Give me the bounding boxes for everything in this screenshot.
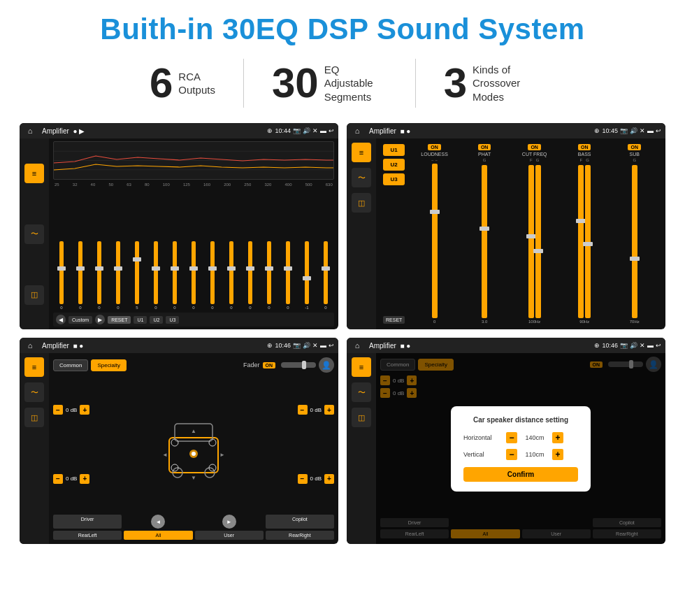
cutfreq-slider-1[interactable] <box>528 165 534 318</box>
bass-on[interactable]: ON <box>578 144 591 150</box>
common-tab-3[interactable]: Common <box>53 359 88 371</box>
next-btn[interactable]: ▶ <box>95 315 105 324</box>
minus-br[interactable]: − <box>298 474 308 484</box>
eq-slider-4[interactable]: 0 <box>110 241 127 310</box>
specialty-tab-3[interactable]: Specialty <box>91 359 126 371</box>
eq-icon[interactable]: ≡ <box>24 164 44 183</box>
plus-br[interactable]: + <box>324 474 334 484</box>
cutfreq-slider-2[interactable] <box>535 165 541 318</box>
speaker-icon-2[interactable]: ◫ <box>352 193 371 213</box>
u2-btn-eq[interactable]: U2 <box>150 316 163 324</box>
all-btn[interactable]: All <box>124 531 192 540</box>
back-icon-1[interactable]: ↩ <box>329 127 334 134</box>
cutfreq-on[interactable]: ON <box>528 144 541 150</box>
fader-slider-h[interactable] <box>281 362 316 368</box>
eq-track-10 <box>229 241 233 304</box>
eq-slider-15[interactable]: 0 <box>317 241 334 310</box>
horizontal-minus-btn[interactable]: − <box>506 432 517 443</box>
freq-630: 630 <box>326 182 333 187</box>
speaker-icon-4[interactable]: ◫ <box>352 408 371 427</box>
eq-slider-11[interactable]: 0 <box>242 241 259 310</box>
fader-on-badge[interactable]: ON <box>263 362 276 368</box>
u2-preset[interactable]: U2 <box>383 159 405 171</box>
dialog-overlay: Car speaker distance setting Horizontal … <box>376 353 665 544</box>
eq-slider-12[interactable]: 0 <box>261 241 277 310</box>
eq-slider-3[interactable]: 0 <box>91 241 108 310</box>
plus-tr[interactable]: + <box>324 405 334 415</box>
eq-sliders-container: 0 0 0 0 <box>53 189 334 313</box>
u1-preset[interactable]: U1 <box>383 144 405 156</box>
horizontal-plus-btn[interactable]: + <box>552 432 563 443</box>
u1-btn-eq[interactable]: U1 <box>134 316 147 324</box>
eq-slider-5[interactable]: 5 <box>129 241 145 310</box>
sub-label: SUB <box>630 152 640 157</box>
plus-tl[interactable]: + <box>80 405 89 415</box>
reset-btn-eq[interactable]: RESET <box>108 316 131 324</box>
eq-icon-3[interactable]: ≡ <box>24 357 44 377</box>
screen2-body: ≡ 〜 ◫ U1 U2 U3 RESET <box>347 138 665 329</box>
u3-btn-eq[interactable]: U3 <box>166 316 179 324</box>
vol-icon-1: 🔊 <box>303 127 310 134</box>
screen4-left: ≡ 〜 ◫ <box>347 353 376 544</box>
eq-icon-4[interactable]: ≡ <box>352 357 371 377</box>
speaker-icon-1[interactable]: ◫ <box>24 285 44 305</box>
bass-slider-2[interactable] <box>585 165 591 318</box>
back-icon-3[interactable]: ↩ <box>329 342 334 349</box>
user-btn[interactable]: User <box>195 531 264 540</box>
vertical-minus-btn[interactable]: − <box>506 449 517 460</box>
eq-slider-14[interactable]: -1 <box>298 241 315 310</box>
copilot-btn[interactable]: Copilot <box>266 515 334 529</box>
eq-slider-9[interactable]: 0 <box>204 241 221 310</box>
home-icon-3[interactable]: ⌂ <box>24 339 36 352</box>
back-icon-4[interactable]: ↩ <box>656 342 661 349</box>
eq-slider-8[interactable]: 0 <box>185 241 202 310</box>
eq-slider-13[interactable]: 0 <box>280 241 296 310</box>
wave-icon-1[interactable]: 〜 <box>24 224 44 244</box>
time-1: 10:44 <box>275 127 291 134</box>
cutfreq-sliders <box>528 165 541 318</box>
eq-freq-labels: 25 32 40 50 63 80 100 125 160 200 250 32… <box>53 182 334 187</box>
driver-btn[interactable]: Driver <box>53 515 122 529</box>
confirm-button[interactable]: Confirm <box>463 467 578 482</box>
phat-on[interactable]: ON <box>478 144 491 150</box>
home-icon-2[interactable]: ⌂ <box>351 124 363 137</box>
wave-icon-2[interactable]: 〜 <box>352 168 371 187</box>
eq-slider-10[interactable]: 0 <box>223 241 240 310</box>
left-arrow-btn[interactable]: ◄ <box>151 515 165 529</box>
vertical-plus-btn[interactable]: + <box>552 449 563 460</box>
right-arrow-btn[interactable]: ► <box>222 515 236 529</box>
plus-bl[interactable]: + <box>80 474 89 484</box>
bass-channel: ON BASS F G <box>561 144 609 324</box>
speaker-icon-3[interactable]: ◫ <box>24 408 44 427</box>
wave-icon-3[interactable]: 〜 <box>24 382 44 402</box>
loudness-slider-1[interactable] <box>432 164 438 318</box>
eq-slider-6[interactable]: 0 <box>147 241 164 310</box>
eq-icon-2[interactable]: ≡ <box>352 143 371 162</box>
minus-tr[interactable]: − <box>298 405 308 415</box>
wave-icon-4[interactable]: 〜 <box>352 382 371 402</box>
eq-slider-7[interactable]: 0 <box>166 241 183 310</box>
minus-tl[interactable]: − <box>53 405 63 415</box>
u3-preset[interactable]: U3 <box>383 173 405 185</box>
rearleft-btn[interactable]: RearLeft <box>53 531 122 540</box>
minus-bl[interactable]: − <box>53 474 63 484</box>
cutfreq-val: 100Hz <box>528 320 540 324</box>
custom-btn[interactable]: Custom <box>68 316 92 324</box>
eq-val-15: 0 <box>324 306 326 310</box>
sub-slider[interactable] <box>632 165 637 318</box>
sub-on[interactable]: ON <box>628 144 641 150</box>
home-icon-4[interactable]: ⌂ <box>351 339 363 352</box>
eq-slider-1[interactable]: 0 <box>53 241 70 310</box>
loudness-on[interactable]: ON <box>428 144 441 150</box>
screen1-body: ≡ 〜 ◫ <box>20 138 338 329</box>
rearright-btn[interactable]: RearRight <box>266 531 334 540</box>
reset-cross-btn[interactable]: RESET <box>383 316 405 324</box>
back-icon-2[interactable]: ↩ <box>656 127 661 134</box>
phat-slider[interactable] <box>482 165 487 318</box>
home-icon-1[interactable]: ⌂ <box>24 124 36 137</box>
screen-eq: ⌂ Amplifier ● ▶ ⊕ 10:44 📷 🔊 ✕ ▬ ↩ ≡ 〜 ◫ <box>20 123 338 329</box>
db-val-br: 0 dB <box>310 475 322 482</box>
prev-btn[interactable]: ◀ <box>56 315 66 324</box>
distance-dialog: Car speaker distance setting Horizontal … <box>451 406 591 492</box>
eq-slider-2[interactable]: 0 <box>72 241 89 310</box>
